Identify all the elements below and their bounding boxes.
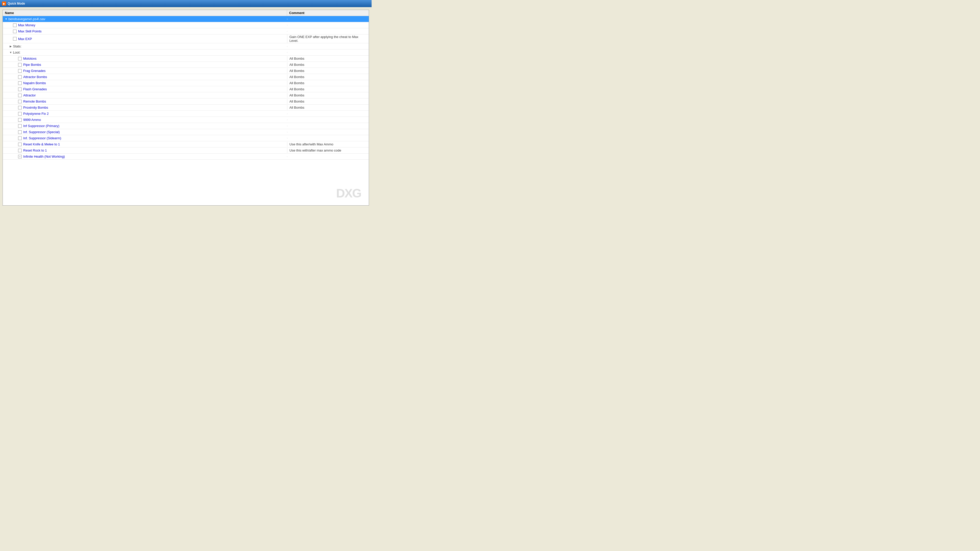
row-content: Max Money — [3, 23, 287, 27]
checkbox[interactable] — [13, 24, 17, 27]
table-row[interactable]: Flash GrenadesAll Bombs — [3, 86, 369, 92]
title-bar: ▶ Quick Mode — [0, 0, 372, 7]
row-content: Infinite Health (Not Working) — [3, 154, 287, 159]
row-content: Attractor Bombs — [3, 75, 287, 79]
row-comment — [287, 52, 369, 53]
table-row[interactable]: Inf. Suppressor (Sidearm) — [3, 135, 369, 141]
table-row[interactable]: Reset Rock to 1Use this with/after max a… — [3, 148, 369, 154]
checkbox[interactable] — [18, 137, 22, 140]
item-label: Max Skill Points — [18, 29, 41, 33]
row-content: Reset Rock to 1 — [3, 148, 287, 153]
row-content: 9999 Ammo — [3, 118, 287, 122]
table-row[interactable]: 9999 Ammo — [3, 117, 369, 123]
watermark: DXG — [336, 186, 361, 200]
table-row[interactable]: Pipe BombsAll Bombs — [3, 62, 369, 68]
expand-icon[interactable]: ▼ — [4, 17, 8, 21]
checkbox[interactable] — [18, 124, 22, 128]
checkbox[interactable] — [18, 155, 22, 159]
row-content: Inf. Suppressor (Special) — [3, 130, 287, 135]
main-container: Name Comment ▼bendsavegame\.ps4\.savMax … — [3, 10, 369, 206]
col-comment-header: Comment — [287, 10, 369, 16]
table-row[interactable]: Reset Knife & Melee to 1Use this after/w… — [3, 141, 369, 148]
item-label: Infinite Health (Not Working) — [23, 155, 65, 159]
checkbox[interactable] — [18, 118, 22, 122]
row-content: Polystyrene Fix 2 — [3, 111, 287, 116]
row-comment: All Bombs — [287, 56, 369, 61]
item-label: Remote Bombs — [23, 100, 46, 103]
row-comment: Use this with/after max ammo code — [287, 148, 369, 153]
checkbox[interactable] — [18, 87, 22, 91]
checkbox[interactable] — [18, 57, 22, 60]
table-row[interactable]: MolotovsAll Bombs — [3, 56, 369, 62]
table-row[interactable]: Frag GrenadesAll Bombs — [3, 68, 369, 74]
item-label: Flash Grenades — [23, 87, 47, 91]
row-comment: All Bombs — [287, 87, 369, 92]
row-content: Frag Grenades — [3, 68, 287, 73]
table-row[interactable]: Napalm BombsAll Bombs — [3, 80, 369, 86]
checkbox[interactable] — [18, 100, 22, 103]
table-row[interactable]: Inf Suppressor (Primary) — [3, 123, 369, 129]
table-row[interactable]: Polystyrene Fix 2 — [3, 111, 369, 117]
table-body: ▼bendsavegame\.ps4\.savMax MoneyMax Skil… — [3, 16, 369, 160]
checkbox[interactable] — [18, 106, 22, 110]
row-comment: All Bombs — [287, 62, 369, 67]
checkbox[interactable] — [18, 112, 22, 116]
row-content: Molotovs — [3, 56, 287, 61]
row-comment: All Bombs — [287, 105, 369, 110]
row-comment: Gain ONE EXP after applying the cheat to… — [287, 35, 369, 43]
section-label: Loot: — [13, 51, 21, 54]
table-row[interactable]: Proximity BombsAll Bombs — [3, 105, 369, 111]
item-label: Reset Rock to 1 — [23, 148, 47, 152]
item-label: Max EXP — [18, 37, 32, 41]
table-row[interactable]: Max Skill Points — [3, 28, 369, 35]
checkbox[interactable] — [18, 69, 22, 73]
checkbox[interactable] — [18, 149, 22, 152]
row-content: Attractor — [3, 93, 287, 98]
row-comment — [287, 119, 369, 121]
row-content: Reset Knife & Melee to 1 — [3, 142, 287, 147]
table-row[interactable]: Infinite Health (Not Working) — [3, 154, 369, 160]
checkbox[interactable] — [18, 143, 22, 146]
row-comment — [287, 19, 369, 20]
row-content: Flash Grenades — [3, 87, 287, 92]
table-row[interactable]: Remote BombsAll Bombs — [3, 98, 369, 105]
item-label: Reset Knife & Melee to 1 — [23, 142, 60, 146]
row-comment — [287, 132, 369, 133]
row-comment: All Bombs — [287, 68, 369, 73]
row-content: ▼bendsavegame\.ps4\.sav — [3, 17, 287, 21]
row-content: ▼Loot: — [3, 50, 287, 55]
table-row[interactable]: ▼Loot: — [3, 49, 369, 56]
table-row[interactable]: Inf. Suppressor (Special) — [3, 129, 369, 135]
item-label: Pipe Bombs — [23, 63, 41, 67]
row-content: Remote Bombs — [3, 99, 287, 104]
item-label: Inf Suppressor (Primary) — [23, 124, 59, 128]
item-label: Max Money — [18, 23, 35, 27]
item-label: Proximity Bombs — [23, 106, 48, 110]
row-comment — [287, 138, 369, 139]
checkbox[interactable] — [18, 75, 22, 79]
checkbox[interactable] — [18, 130, 22, 134]
col-name-header: Name — [3, 10, 287, 16]
row-comment — [287, 46, 369, 47]
checkbox[interactable] — [18, 81, 22, 85]
checkbox[interactable] — [18, 63, 22, 67]
row-comment — [287, 156, 369, 157]
expand-icon[interactable]: ▼ — [9, 51, 13, 54]
checkbox[interactable] — [13, 37, 17, 41]
table-row[interactable]: AttractorAll Bombs — [3, 92, 369, 98]
table-row[interactable]: ▶Stats: — [3, 43, 369, 49]
table-header: Name Comment — [3, 10, 369, 16]
checkbox[interactable] — [13, 30, 17, 33]
row-comment — [287, 25, 369, 26]
item-label: Molotovs — [23, 57, 37, 60]
row-content: Max EXP — [3, 37, 287, 41]
table-row[interactable]: ▼bendsavegame\.ps4\.sav — [3, 16, 369, 22]
row-comment: All Bombs — [287, 93, 369, 98]
table-row[interactable]: Max EXPGain ONE EXP after applying the c… — [3, 35, 369, 43]
table-row[interactable]: Attractor BombsAll Bombs — [3, 74, 369, 80]
row-comment: All Bombs — [287, 75, 369, 79]
table-row[interactable]: Max Money — [3, 22, 369, 28]
checkbox[interactable] — [18, 94, 22, 97]
expand-icon[interactable]: ▶ — [9, 44, 13, 48]
row-content: ▶Stats: — [3, 44, 287, 49]
